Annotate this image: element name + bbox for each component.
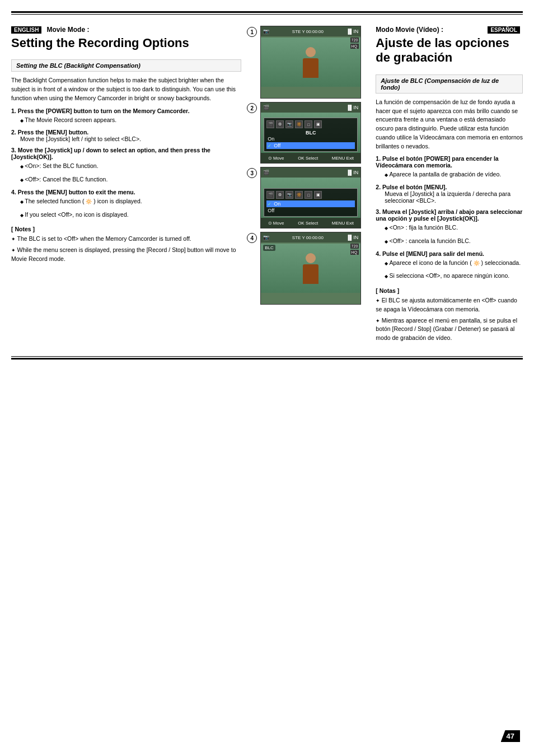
cam-movie-icon-2: 🎬: [263, 105, 269, 110]
cam-background-4: [261, 244, 360, 293]
menu3-check: ✓: [268, 202, 271, 207]
es-step3-title: Mueva el [Joystick] arriba / abajo para …: [376, 208, 522, 222]
english-step-4: 4. Press the [MENU] button to exit the m…: [11, 189, 241, 220]
english-step-3: 3. Move the [Joystick] up / down to sele…: [11, 147, 241, 184]
spanish-step-3: 3. Mueva el [Joystick] arriba / abajo pa…: [376, 208, 523, 246]
step2-title: Press the [MENU] button.: [18, 129, 89, 136]
step4-bullets: The selected function ( 🔆 ) icon is disp…: [11, 197, 241, 220]
menu-icon-5: □: [305, 120, 312, 128]
top-rule-thick: [11, 11, 523, 13]
menu-icon-2: ⚙: [276, 120, 284, 128]
spanish-badge: ESPAÑOL: [488, 26, 520, 34]
spanish-step-4: 4. Pulse el [MENU] para salir del menú. …: [376, 250, 523, 281]
cam-res-icon-4: 720: [350, 244, 359, 249]
step1-title: Press the [POWER] button to turn on the …: [18, 108, 190, 114]
spanish-subsection-title: Ajuste de BLC (Compensación de luz de fo…: [376, 74, 523, 94]
es-step2-subtitle: Mueva el [Joystick] a la izquierda / der…: [376, 190, 523, 204]
camera-screen-1: 📷 STE Y 00:00:00 ▐▌IN 720 HQ: [260, 26, 361, 99]
cam-top-bar-2: 🎬 ▐▌IN: [261, 102, 360, 113]
es-step4-bullets: Aparece el icono de la función ( 🔆 ) sel…: [376, 259, 523, 281]
step3-bullet-2: <Off>: Cancel the BLC function.: [20, 175, 241, 184]
step4-bullet-2: If you select <Off>, no icon is displaye…: [20, 211, 241, 220]
english-header: ENGLISH Movie Mode : Setting the Recordi…: [11, 26, 241, 50]
cam-body-1: [303, 58, 318, 78]
cam-qual-icon-4: HQ: [350, 250, 359, 255]
english-step-1: 1. Press the [POWER] button to turn on t…: [11, 108, 241, 125]
cam-timecode-4: STE Y 00:00:00: [292, 235, 324, 240]
step1-bullets: The Movie Record screen appears.: [11, 116, 241, 125]
cam-background-1: [261, 38, 360, 87]
screenshots-column: 1 📷 STE Y 00:00:00 ▐▌IN: [247, 26, 370, 345]
english-steps: 1. Press the [POWER] button to turn on t…: [11, 108, 241, 220]
blc-active-icon: BLC: [263, 245, 275, 251]
cam-mode-icon: 📷: [263, 29, 269, 34]
english-notes-list: The BLC is set to <Off> when the Memory …: [11, 235, 241, 263]
cam-res-icon: 720: [350, 38, 359, 43]
bottom-rule-thin: [11, 356, 523, 357]
cam-bottom-bar-3: ⊙ Move OK Select MENU Exit: [261, 218, 360, 228]
menu-icon-6: ▣: [314, 120, 322, 128]
menu-icon-4: 🔆: [295, 120, 303, 128]
screenshot-row-1: 1 📷 STE Y 00:00:00 ▐▌IN: [247, 26, 370, 99]
es-step4-num: 4.: [376, 250, 382, 257]
english-note-1: The BLC is set to <Off> when the Memory …: [11, 235, 241, 244]
menu-icon-1: 🎬: [266, 120, 274, 128]
es-step2-num: 2.: [376, 184, 382, 190]
spanish-notes: [ Notas ] El BLC se ajusta automáticamen…: [376, 287, 523, 343]
spanish-section: Modo Movie (Vídeo) : ESPAÑOL Ajuste de l…: [376, 26, 523, 345]
step4-title: Press the [MENU] button to exit the menu…: [18, 189, 135, 195]
english-subsection-title: Setting the BLC (Backlight Compensation): [11, 59, 241, 72]
cam-top-bar-3: 🎬 ▐▌IN: [261, 167, 360, 178]
es-step3-bullet-2: <Off> : cancela la función BLC.: [385, 237, 523, 246]
cam-qual-icon: HQ: [350, 44, 359, 49]
es-step1-bullets: Aparece la pantalla de grabación de víde…: [376, 170, 523, 179]
menu3-icon-1: 🎬: [266, 191, 274, 199]
step1-bullet-1: The Movie Record screen appears.: [20, 116, 241, 125]
cam-menu-2: 🎬 ⚙ 📷 🔆 □ ▣ BLC On ✓: [264, 118, 358, 152]
cam-btn-select: OK Select: [298, 156, 318, 161]
cam-side-icons-1: 720 HQ: [350, 38, 359, 49]
english-note-2: While the menu screen is displayed, pres…: [11, 246, 241, 264]
cam-subject-4: [303, 253, 318, 284]
camera-screen-4: 📷 STE Y 00:00:00 ▐▌IN BLC 720: [260, 232, 361, 305]
screenshot-step-4: 4: [247, 233, 257, 243]
cam-btn-move: ⊙ Move: [268, 156, 284, 161]
spanish-notes-title: [ Notas ]: [376, 287, 523, 294]
menu3-icon-5: □: [305, 191, 312, 199]
step2-subtitle: Move the [Joystick] left / right to sele…: [11, 136, 141, 142]
cam-subject-1: [303, 47, 318, 78]
cam-body-4: [303, 264, 318, 284]
cam-battery-3: ▐▌IN: [346, 170, 359, 175]
es-step4-title: Pulse el [MENU] para salir del menú.: [382, 250, 484, 257]
step3-num: 3.: [11, 147, 18, 153]
bottom-rule-thick: [11, 358, 523, 360]
spanish-note-2: Mientras aparece el menú en pantalla, si…: [376, 316, 523, 343]
spanish-steps: 1. Pulse el botón [POWER] para encender …: [376, 155, 523, 281]
cam-menu-on: On: [266, 136, 355, 142]
spanish-intro: La función de compensación de luz de fon…: [376, 98, 523, 151]
english-title: Setting the Recording Options: [11, 36, 241, 50]
es-step3-bullet-1: <On> : fija la función BLC.: [385, 223, 523, 232]
step4-bullet-1: The selected function ( 🔆 ) icon is disp…: [20, 197, 241, 206]
screenshot-step-2: 2: [247, 103, 257, 113]
english-step-2: 2. Press the [MENU] button. Move the [Jo…: [11, 129, 241, 142]
screenshot-row-2: 2 🎬 ▐▌IN 🎬 ⚙ 📷 🔆: [247, 102, 370, 164]
cam-btn-exit: MENU Exit: [332, 156, 354, 161]
menu-check: ✓: [268, 143, 271, 148]
camera-screen-3: 🎬 ▐▌IN 🎬 ⚙ 📷 🔆 □ ▣: [260, 167, 361, 228]
cam-mode-icon-4: 📷: [263, 235, 269, 240]
cam-menu-off: ✓ Off: [266, 142, 355, 149]
es-step3-num: 3.: [376, 208, 382, 215]
spanish-title: Ajuste de las opciones de grabación: [376, 36, 523, 66]
step4-num: 4.: [11, 189, 18, 195]
step3-title: Move the [Joystick] up / down to select …: [11, 147, 210, 160]
english-badge: ENGLISH: [11, 26, 41, 34]
step2-num: 2.: [11, 129, 18, 136]
es-step1-bullet-1: Aparece la pantalla de grabación de víde…: [385, 170, 523, 179]
step3-bullet-1: <On>: Set the BLC function.: [20, 162, 241, 171]
camera-screen-2: 🎬 ▐▌IN 🎬 ⚙ 📷 🔆 □ ▣: [260, 102, 361, 164]
cam3-btn-exit: MENU Exit: [332, 221, 354, 226]
screenshot-step-1: 1: [247, 27, 257, 37]
spanish-header: Modo Movie (Vídeo) : ESPAÑOL Ajuste de l…: [376, 26, 523, 66]
cam3-btn-select: OK Select: [298, 221, 318, 226]
